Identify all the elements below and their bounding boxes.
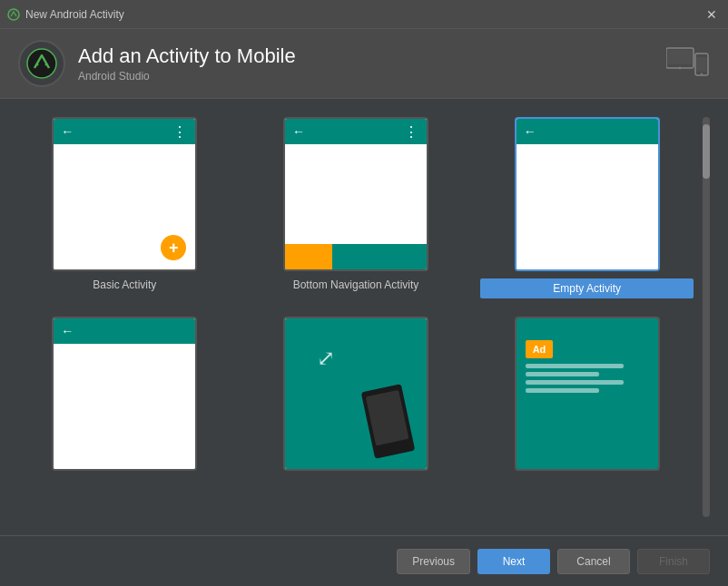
title-bar: New Android Activity ✕	[0, 0, 728, 29]
activity-grid-area: ← ⋮ + Basic Activity ← ⋮	[18, 117, 703, 517]
activity-item-empty[interactable]: ← Empty Activity	[480, 117, 694, 298]
activity-preview-bottomnav: ← ⋮	[283, 117, 428, 271]
activity-label-empty: Empty Activity	[480, 278, 694, 298]
activity-item-navdrawer[interactable]: ←	[18, 317, 231, 478]
activity-item-ad[interactable]: Ad	[480, 317, 694, 478]
back-icon: ←	[61, 124, 74, 139]
cancel-button[interactable]: Cancel	[557, 549, 630, 574]
svg-point-3	[45, 63, 48, 66]
page-title: Add an Activity to Mobile	[78, 44, 296, 68]
footer: Previous Next Cancel Finish	[0, 535, 728, 586]
svg-point-6	[679, 67, 681, 69]
fab-icon: +	[161, 235, 186, 260]
more-icon: ⋮	[172, 123, 188, 141]
more-icon-2: ⋮	[404, 123, 419, 141]
device-icons	[666, 46, 710, 81]
android-logo	[18, 40, 65, 87]
activity-preview-ad: Ad	[515, 317, 660, 471]
scrollbar-thumb[interactable]	[703, 124, 710, 179]
svg-rect-5	[668, 50, 693, 64]
phone-shape	[361, 384, 416, 459]
activity-item-fullscreen[interactable]: ⤢	[250, 317, 463, 478]
bottom-nav-bar	[285, 244, 427, 269]
activity-preview-basic: ← ⋮ +	[52, 117, 197, 271]
activity-label-basic: Basic Activity	[93, 278, 156, 291]
scrollbar[interactable]	[703, 117, 710, 517]
previous-button[interactable]: Previous	[397, 549, 470, 574]
header-text: Add an Activity to Mobile Android Studio	[78, 44, 296, 83]
back-icon-2: ←	[292, 124, 305, 139]
close-button[interactable]: ✕	[703, 5, 721, 24]
header: Add an Activity to Mobile Android Studio	[0, 29, 728, 99]
finish-button[interactable]: Finish	[637, 549, 710, 574]
main-content: ← ⋮ + Basic Activity ← ⋮	[0, 99, 728, 535]
svg-point-2	[36, 63, 39, 66]
svg-point-9	[701, 73, 703, 75]
header-left: Add an Activity to Mobile Android Studio	[18, 40, 296, 87]
ad-badge: Ad	[526, 340, 554, 358]
android-icon	[26, 48, 57, 79]
window-title: New Android Activity	[25, 8, 124, 21]
page-subtitle: Android Studio	[78, 70, 296, 83]
activity-item-basic[interactable]: ← ⋮ + Basic Activity	[18, 117, 231, 298]
activity-preview-navdrawer: ←	[52, 317, 197, 471]
back-icon-3: ←	[524, 124, 536, 139]
device-icon	[666, 46, 710, 81]
activity-grid: ← ⋮ + Basic Activity ← ⋮	[18, 117, 694, 478]
activity-item-bottomnav[interactable]: ← ⋮ Bottom Navigation Activity	[250, 117, 463, 298]
svg-point-0	[8, 9, 19, 20]
activity-label-bottomnav: Bottom Navigation Activity	[293, 278, 419, 291]
activity-preview-fullscreen: ⤢	[283, 317, 428, 471]
activity-preview-empty: ←	[515, 117, 660, 271]
app-icon	[7, 8, 20, 21]
svg-rect-8	[697, 57, 707, 72]
svg-point-1	[27, 49, 56, 78]
back-icon-4: ←	[61, 324, 74, 338]
title-bar-left: New Android Activity	[7, 8, 124, 21]
next-button[interactable]: Next	[477, 549, 550, 574]
expand-icon: ⤢	[317, 346, 335, 371]
